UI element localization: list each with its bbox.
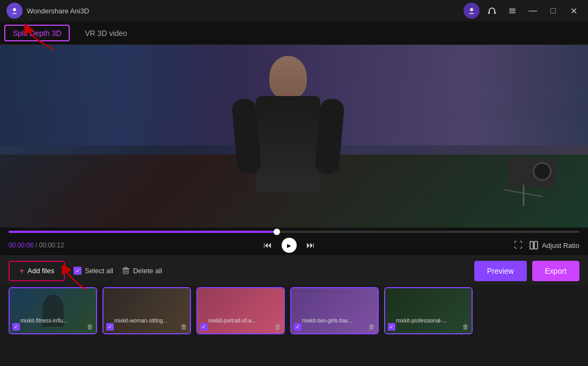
thumb-1-checkbox[interactable]: ✓ — [12, 323, 20, 331]
thumb-5-checkbox[interactable]: ✓ — [388, 323, 395, 331]
svg-point-1 — [470, 8, 473, 11]
add-files-button[interactable]: + Add files — [9, 261, 65, 281]
thumb-2-label: mixkit-woman-sitting... — [114, 318, 167, 324]
progress-thumb[interactable] — [274, 229, 280, 235]
thumb-2-checkbox[interactable]: ✓ — [106, 323, 114, 331]
video-camera — [491, 158, 556, 217]
toolbar-right: Preview Export — [474, 261, 579, 281]
app-title: Wondershare Ani3D — [27, 7, 89, 15]
thumb-5-delete[interactable]: 🗑 — [462, 323, 469, 331]
preview-button[interactable]: Preview — [474, 261, 527, 281]
titlebar: Wondershare Ani3D — □ ✕ — [0, 0, 588, 21]
svg-rect-5 — [509, 11, 516, 12]
svg-rect-3 — [494, 12, 496, 14]
skip-back-icon[interactable]: ⏮ — [263, 240, 272, 250]
thumb-3-label: mixkit-portrait-of-a... — [208, 318, 256, 324]
time-display: 00:00:06 / 00:00:12 — [9, 241, 64, 249]
select-all-button[interactable]: ✓ Select all — [74, 267, 113, 275]
close-button[interactable]: ✕ — [565, 5, 582, 17]
fullscreen-icon[interactable]: ⛶ — [514, 240, 523, 250]
thumb-1-label: mixkit-fitness-influ... — [20, 318, 68, 324]
video-player — [0, 45, 588, 228]
tabs-bar: Split Depth 3D VR 3D video — [0, 21, 588, 45]
maximize-button[interactable]: □ — [545, 5, 561, 17]
thumb-4-delete[interactable]: 🗑 — [369, 323, 375, 331]
controls-section: 00:00:06 / 00:00:12 ⏮ ▶ ⏭ ⛶ Adjust Ratio — [0, 235, 588, 255]
titlebar-right: — □ ✕ — [464, 3, 582, 19]
adjust-ratio-icon — [529, 240, 539, 250]
svg-rect-10 — [124, 270, 126, 273]
thumb-3-checkbox[interactable]: ✓ — [200, 323, 208, 331]
progress-bar[interactable] — [9, 231, 579, 233]
minimize-button[interactable]: — — [525, 5, 541, 17]
tab-vr-3d-video[interactable]: VR 3D video — [74, 21, 138, 45]
progress-section — [0, 228, 588, 235]
video-person — [229, 56, 347, 228]
headset-icon[interactable] — [484, 3, 500, 19]
thumb-4-checkbox[interactable]: ✓ — [294, 323, 302, 331]
svg-rect-2 — [488, 12, 490, 14]
thumb-1-delete[interactable]: 🗑 — [87, 323, 93, 331]
thumbnail-2[interactable]: ✓ mixkit-woman-sitting... 🗑 — [102, 287, 191, 334]
progress-fill — [9, 231, 277, 233]
thumb-2-delete[interactable]: 🗑 — [181, 323, 187, 331]
delete-all-button[interactable]: Delete all — [122, 267, 162, 275]
toolbar: + Add files ✓ Select all Delete all Prev… — [0, 255, 588, 286]
playback-controls: ⏮ ▶ ⏭ — [263, 238, 315, 253]
thumbnail-4[interactable]: ✓ mixkit-two-girls-hav... 🗑 — [290, 287, 379, 334]
export-button[interactable]: Export — [532, 261, 579, 281]
svg-point-0 — [13, 8, 16, 11]
thumb-4-label: mixkit-two-girls-hav... — [302, 318, 352, 324]
thumb-5-label: mixkit-professional-... — [396, 318, 446, 324]
svg-rect-6 — [509, 12, 516, 13]
tab-split-depth-3d[interactable]: Split Depth 3D — [4, 25, 70, 41]
play-button[interactable]: ▶ — [282, 238, 297, 253]
thumbnail-1[interactable]: ✓ mixkit-fitness-influ... 🗑 — [9, 287, 97, 334]
svg-rect-9 — [123, 269, 128, 274]
titlebar-left: Wondershare Ani3D — [6, 3, 89, 19]
select-all-checkbox: ✓ — [74, 267, 82, 275]
svg-rect-11 — [126, 270, 127, 273]
thumbnail-strip: ✓ mixkit-fitness-influ... 🗑 ✓ mixkit-wom… — [0, 286, 588, 336]
svg-rect-7 — [530, 241, 533, 249]
svg-rect-4 — [509, 9, 516, 10]
video-frame — [0, 45, 588, 228]
skip-forward-icon[interactable]: ⏭ — [306, 240, 315, 250]
menu-icon[interactable] — [504, 3, 520, 19]
thumbnail-3[interactable]: ✓ mixkit-portrait-of-a... 🗑 — [196, 287, 285, 334]
svg-rect-8 — [534, 241, 538, 249]
right-controls: ⛶ Adjust Ratio — [514, 240, 579, 250]
svg-rect-13 — [124, 267, 127, 268]
trash-icon — [122, 267, 130, 275]
user-icon[interactable] — [464, 3, 480, 19]
adjust-ratio-button[interactable]: Adjust Ratio — [529, 240, 579, 250]
current-time: 00:00:06 — [9, 241, 34, 249]
app-logo-icon — [6, 3, 23, 19]
thumb-3-delete[interactable]: 🗑 — [275, 323, 281, 331]
add-icon: + — [19, 266, 24, 276]
total-time: 00:00:12 — [39, 241, 64, 249]
thumbnail-5[interactable]: ✓ mixkit-professional-... 🗑 — [384, 287, 473, 334]
